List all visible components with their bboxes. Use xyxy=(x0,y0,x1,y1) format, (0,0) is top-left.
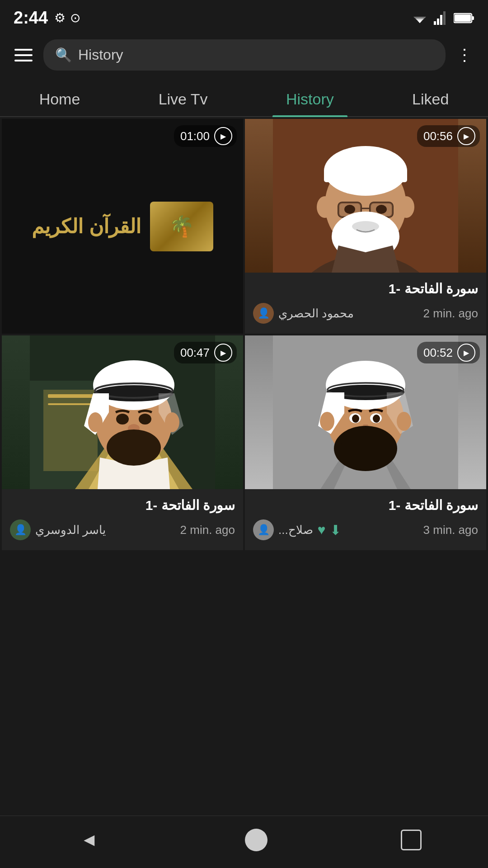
svg-point-58 xyxy=(320,412,334,431)
card-author-3: 👤 ياسر الدوسري xyxy=(10,519,106,540)
svg-point-41 xyxy=(165,412,179,432)
settings-icon: ⚙ xyxy=(54,10,66,25)
author-name-4: صلاح... xyxy=(278,523,313,537)
svg-rect-5 xyxy=(472,16,474,20)
card-title-4: سورة الفاتحة -1 xyxy=(253,497,478,513)
tab-liked[interactable]: Liked xyxy=(399,82,462,116)
search-icon: 🔍 xyxy=(55,47,72,63)
card-info-4: سورة الفاتحة -1 👤 صلاح... ♥ ⬇ 3 min. ago xyxy=(245,489,486,550)
play-button-3[interactable]: ▶ xyxy=(214,344,232,362)
card-meta-3: 👤 ياسر الدوسري 2 min. ago xyxy=(10,519,235,540)
card-info-3: سورة الفاتحة -1 👤 ياسر الدوسري 2 min. ag… xyxy=(2,489,243,550)
author-name-3: ياسر الدوسري xyxy=(35,523,106,537)
svg-rect-2 xyxy=(440,15,442,25)
card-time-4: 3 min. ago xyxy=(423,523,478,537)
author-avatar-2: 👤 xyxy=(253,303,274,324)
quran-emblem xyxy=(150,202,213,251)
tab-home[interactable]: Home xyxy=(26,82,94,116)
tab-livetv[interactable]: Live Tv xyxy=(145,82,221,116)
svg-rect-29 xyxy=(48,403,93,405)
tabs-container: Home Live Tv History Liked xyxy=(0,78,488,117)
duration-badge-2: 00:56 ▶ xyxy=(417,125,480,147)
video-card-salah[interactable]: 00:52 ▶ سورة الفاتحة -1 👤 صلاح... ♥ ⬇ 3 … xyxy=(245,335,486,550)
more-options-button[interactable]: ⋮ xyxy=(453,42,477,68)
thumbnail-dossari: 00:47 ▶ xyxy=(2,335,243,489)
play-button-1[interactable]: ▶ xyxy=(214,127,232,145)
svg-point-36 xyxy=(116,414,129,425)
recent-apps-button[interactable] xyxy=(401,830,422,850)
duration-text-4: 00:52 xyxy=(423,346,453,360)
search-bar[interactable]: 🔍 History xyxy=(43,39,446,71)
svg-point-19 xyxy=(376,205,387,214)
back-button[interactable]: ◄ xyxy=(66,825,112,854)
video-card-hussary[interactable]: 00:56 ▶ سورة الفاتحة -1 👤 محمود الحصري 2… xyxy=(245,119,486,334)
battery-icon xyxy=(454,12,474,24)
duration-badge-1: 01:00 ▶ xyxy=(174,125,237,147)
svg-rect-3 xyxy=(443,11,446,25)
svg-point-39 xyxy=(107,429,161,466)
svg-point-59 xyxy=(397,412,411,431)
thumbnail-makkah: القرآن الكريم 01:00 ▶ xyxy=(2,119,243,334)
download-icon-4: ⬇ xyxy=(330,522,341,538)
signal-icon xyxy=(434,11,448,25)
svg-point-37 xyxy=(139,414,151,425)
status-time: 2:44 xyxy=(14,8,48,28)
svg-rect-6 xyxy=(455,14,471,22)
svg-rect-12 xyxy=(324,169,407,182)
duration-text-1: 01:00 xyxy=(180,129,210,143)
svg-point-57 xyxy=(341,430,390,453)
header: 🔍 History ⋮ xyxy=(0,32,488,78)
card-meta-icons-4: ♥ ⬇ xyxy=(318,522,342,538)
card-title-3: سورة الفاتحة -1 xyxy=(10,497,235,513)
duration-badge-3: 00:47 ▶ xyxy=(174,342,237,363)
card-info-2: سورة الفاتحة -1 👤 محمود الحصري 2 min. ag… xyxy=(245,273,486,334)
card-title-2: سورة الفاتحة -1 xyxy=(253,281,478,297)
duration-badge-4: 00:52 ▶ xyxy=(417,342,480,363)
status-right-icons xyxy=(411,11,474,25)
search-input-value: History xyxy=(78,47,123,63)
svg-point-22 xyxy=(352,221,379,232)
menu-line-1 xyxy=(14,49,33,51)
content-grid: القرآن الكريم 01:00 ▶ Makkah Live TV 📺 L… xyxy=(0,117,488,552)
card-time-2: 2 min. ago xyxy=(423,307,478,321)
author-name-2: محمود الحصري xyxy=(278,307,354,321)
duration-text-3: 00:47 xyxy=(180,346,210,360)
video-card-dossari[interactable]: 00:47 ▶ سورة الفاتحة -1 👤 ياسر الدوسري 2… xyxy=(2,335,243,550)
svg-point-18 xyxy=(344,205,355,214)
card-meta-2: 👤 محمود الحصري 2 min. ago xyxy=(253,303,478,324)
menu-button[interactable] xyxy=(11,45,36,65)
menu-line-3 xyxy=(14,60,33,61)
svg-point-40 xyxy=(88,412,103,432)
thumbnail-hussary: 00:56 ▶ xyxy=(245,119,486,273)
card-author-2: 👤 محمود الحصري xyxy=(253,303,354,324)
wifi-icon xyxy=(411,11,428,25)
status-bar: 2:44 ⚙ ⊙ xyxy=(0,0,488,32)
thumbnail-salah: 00:52 ▶ xyxy=(245,335,486,489)
video-card-makkah[interactable]: القرآن الكريم 01:00 ▶ Makkah Live TV 📺 L… xyxy=(2,119,243,334)
download-status-icon: ⊙ xyxy=(70,10,80,25)
svg-rect-27 xyxy=(43,390,98,471)
menu-line-2 xyxy=(14,54,33,56)
card-time-3: 2 min. ago xyxy=(180,523,235,537)
author-avatar-4: 👤 xyxy=(253,519,274,540)
duration-text-2: 00:56 xyxy=(423,129,453,143)
author-avatar-3: 👤 xyxy=(10,519,31,540)
play-button-2[interactable]: ▶ xyxy=(457,127,475,145)
svg-point-24 xyxy=(398,196,414,218)
bottom-nav: ◄ xyxy=(0,816,488,868)
play-button-4[interactable]: ▶ xyxy=(457,344,475,362)
card-meta-4: 👤 صلاح... ♥ ⬇ 3 min. ago xyxy=(253,519,478,540)
quran-arabic-text: القرآن الكريم xyxy=(32,215,141,238)
svg-point-23 xyxy=(317,196,333,218)
svg-point-55 xyxy=(373,415,380,423)
svg-rect-1 xyxy=(437,19,439,25)
svg-rect-0 xyxy=(434,21,436,25)
home-button[interactable] xyxy=(245,829,267,851)
heart-icon-4: ♥ xyxy=(318,522,326,538)
svg-rect-28 xyxy=(48,394,93,398)
svg-point-54 xyxy=(352,415,359,423)
tab-history[interactable]: History xyxy=(272,82,347,116)
card-author-4: 👤 صلاح... ♥ ⬇ xyxy=(253,519,341,540)
